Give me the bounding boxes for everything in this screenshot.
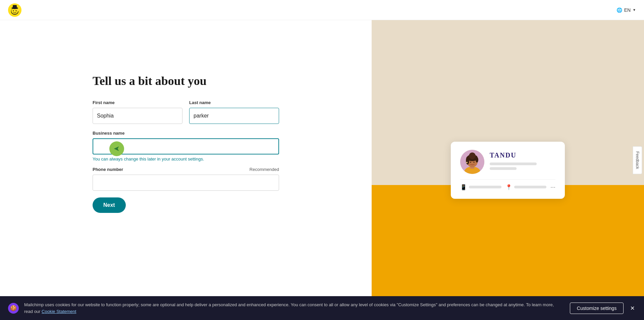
- card-location-line: [514, 186, 547, 188]
- phone-icon: 📱: [460, 184, 467, 190]
- phone-input[interactable]: [93, 175, 279, 191]
- page-title: Tell us a bit about you: [93, 74, 279, 88]
- cookie-actions: Customize settings ×: [570, 303, 636, 314]
- chevron-down-icon: ▼: [633, 8, 636, 12]
- first-name-input[interactable]: [93, 108, 182, 124]
- feedback-label: Feedback: [635, 151, 640, 169]
- header: 🌐 EN ▼: [0, 0, 644, 20]
- cookie-statement-link[interactable]: Cookie Statement: [42, 309, 76, 314]
- svg-point-15: [476, 157, 478, 163]
- location-icon: 📍: [505, 184, 512, 190]
- feedback-tab[interactable]: Feedback: [633, 146, 642, 174]
- card-info: TANDU: [490, 151, 555, 172]
- svg-point-17: [470, 162, 471, 163]
- business-name-hint: You can always change this later in your…: [93, 156, 279, 162]
- customize-settings-button[interactable]: Customize settings: [570, 303, 624, 314]
- cookie-text: Mailchimp uses cookies for our website t…: [24, 302, 562, 315]
- svg-point-8: [18, 9, 19, 10]
- card-footer-location: 📍: [505, 184, 547, 190]
- svg-point-14: [466, 156, 469, 165]
- cursor-arrow-icon: ➤: [114, 144, 120, 153]
- svg-point-19: [466, 162, 468, 163]
- cookie-icon: 🍪: [8, 303, 19, 314]
- profile-card: TANDU 📱 📍 ···: [451, 142, 565, 199]
- card-line-2: [490, 167, 517, 170]
- phone-field: Phone number Recommended: [93, 167, 279, 191]
- phone-recommended: Recommended: [250, 167, 279, 172]
- close-cookie-button[interactable]: ×: [629, 305, 636, 312]
- last-name-field: Last name: [189, 100, 279, 124]
- next-button[interactable]: Next: [93, 197, 126, 213]
- language-selector[interactable]: 🌐 EN ▼: [616, 7, 636, 13]
- card-brand-name: TANDU: [490, 151, 555, 159]
- left-panel: Tell us a bit about you First name Last …: [0, 20, 372, 320]
- avatar-image: [460, 150, 484, 174]
- right-panel: TANDU 📱 📍 ··· Feedback: [372, 20, 644, 320]
- svg-point-18: [474, 162, 475, 163]
- phone-label: Phone number: [93, 167, 123, 172]
- language-label: EN: [624, 7, 631, 13]
- form-container: Tell us a bit about you First name Last …: [93, 74, 279, 213]
- first-name-field: First name: [93, 100, 182, 124]
- mailchimp-logo: [8, 3, 21, 17]
- last-name-input[interactable]: [189, 108, 279, 124]
- avatar: [460, 150, 484, 174]
- globe-icon: 🌐: [616, 7, 622, 13]
- main-container: Tell us a bit about you First name Last …: [0, 0, 644, 320]
- card-footer-phone: 📱: [460, 184, 501, 190]
- svg-point-16: [469, 152, 476, 159]
- cookie-text-content: Mailchimp uses cookies for our website t…: [24, 302, 554, 314]
- svg-point-3: [13, 10, 14, 11]
- first-name-label: First name: [93, 100, 182, 105]
- name-row: First name Last name: [93, 100, 279, 124]
- card-line-1: [490, 163, 537, 165]
- phone-label-row: Phone number Recommended: [93, 167, 279, 172]
- card-header: TANDU: [460, 150, 555, 174]
- card-footer: 📱 📍 ···: [460, 179, 555, 191]
- card-more-options[interactable]: ···: [550, 184, 555, 191]
- svg-point-4: [16, 10, 17, 11]
- last-name-label: Last name: [189, 100, 279, 105]
- business-name-label: Business name: [93, 131, 279, 136]
- svg-rect-6: [13, 5, 17, 8]
- cursor-indicator: ➤: [109, 141, 124, 156]
- business-name-field: Business name ➤: [93, 131, 279, 154]
- logo-area: [8, 3, 21, 17]
- cookie-banner: 🍪 Mailchimp uses cookies for our website…: [0, 296, 644, 320]
- card-phone-line: [469, 186, 501, 188]
